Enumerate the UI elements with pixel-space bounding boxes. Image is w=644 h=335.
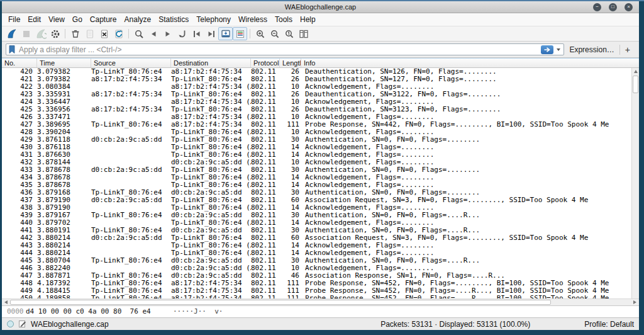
stop-capture-button[interactable]: [19, 27, 33, 40]
packet-row[interactable]: 436 3.879168 Tp-LinkT_80:76:e4 d0:cb:2a:…: [2, 189, 631, 196]
packet-row[interactable]: 433 3.878678 d0:cb:2a:9c:a5:dd Tp-LinkT_…: [2, 166, 631, 174]
go-back-button[interactable]: [146, 27, 160, 40]
column-header-time[interactable]: Time: [37, 59, 91, 67]
packet-info: Acknowledgement, Flags=........: [301, 144, 631, 151]
menu-item-analyze[interactable]: Analyze: [121, 14, 155, 25]
resize-columns-button[interactable]: [296, 27, 311, 40]
apply-filter-button[interactable]: [541, 45, 553, 54]
save-file-icon: [84, 28, 96, 40]
packet-bytes-pane[interactable]: 0000 d4 10 00 00 c0 4a 00 80 76 e4 ·····…: [2, 305, 639, 317]
hex-bytes[interactable]: d4 10 00 00 c0 4a 00 80 76 e4: [26, 306, 151, 317]
packet-row[interactable]: 425 3.336956 a8:17:b2:f4:75:34 Tp-LinkT_…: [2, 106, 631, 113]
add-filter-button[interactable]: +: [620, 45, 635, 55]
menu-item-edit[interactable]: Edit: [24, 14, 45, 25]
packet-row[interactable]: 434 3.878678 Tp-LinkT_80:76:e4 (… 802.11…: [2, 174, 631, 181]
go-first-packet-button[interactable]: [189, 27, 204, 40]
packet-row[interactable]: 437 3.879190 d0:cb:2a:9c:a5:dd Tp-LinkT_…: [2, 196, 631, 204]
packet-row[interactable]: 448 4.187392 Tp-LinkT_80:76:e4 a8:17:b2:…: [2, 280, 631, 287]
packet-row[interactable]: 439 3.879167 Tp-LinkT_80:76:e4 d0:cb:2a:…: [2, 212, 631, 219]
menu-item-wireless[interactable]: Wireless: [235, 14, 271, 25]
scroll-up-arrow-icon[interactable]: [634, 70, 638, 73]
menu-item-statistics[interactable]: Statistics: [155, 14, 192, 25]
menu-item-telephony[interactable]: Telephony: [192, 14, 235, 25]
maximize-button[interactable]: □: [609, 3, 617, 11]
packet-row[interactable]: 424 3.336447 a8:17:b2:f4:75:34 (… 802.11…: [2, 98, 631, 106]
zoom-out-button[interactable]: [267, 27, 282, 40]
packet-row[interactable]: 429 3.876118 d0:cb:2a:9c:a5:dd Tp-LinkT_…: [2, 136, 631, 144]
packet-row[interactable]: 432 3.878144 d0:cb:2a:9c:a5:dd (… 802.11…: [2, 159, 631, 166]
packet-row[interactable]: 427 3.389695 Tp-LinkT_80:76:e4 a8:17:b2:…: [2, 121, 631, 128]
bookmark-icon[interactable]: [8, 45, 16, 54]
close-file-button[interactable]: [97, 27, 111, 40]
packet-row[interactable]: 445 3.880704 Tp-LinkT_80:76:e4 d0:cb:2a:…: [2, 257, 631, 264]
packet-row[interactable]: 444 3.880214 Tp-LinkT_80:76:e4 (… 802.11…: [2, 249, 631, 257]
vertical-scrollbar[interactable]: [631, 68, 639, 298]
packet-source: [91, 264, 171, 272]
zoom-original-button[interactable]: [282, 27, 296, 40]
vertical-scrollbar-thumb[interactable]: [633, 76, 638, 93]
packet-info: Authentication, SN=0, FN=0, Flags=......…: [301, 189, 631, 196]
capture-options-button[interactable]: [48, 27, 62, 40]
column-header-no[interactable]: No.: [2, 59, 37, 67]
column-header-source[interactable]: Source: [91, 59, 171, 67]
menu-item-capture[interactable]: Capture: [86, 14, 121, 25]
filter-history-caret-icon[interactable]: [557, 48, 560, 51]
packet-row[interactable]: 431 3.876630 Tp-LinkT_80:76:e4 (… 802.11…: [2, 151, 631, 159]
packet-row[interactable]: 430 3.876118 Tp-LinkT_80:76:e4 (… 802.11…: [2, 144, 631, 151]
expression-button[interactable]: Expression…: [564, 45, 619, 54]
start-capture-button[interactable]: [4, 27, 19, 40]
menu-item-help[interactable]: Help: [296, 14, 319, 25]
packet-row[interactable]: 442 3.880214 d0:cb:2a:9c:a5:dd Tp-LinkT_…: [2, 234, 631, 242]
packet-row[interactable]: 449 4.188415 Tp-LinkT_80:76:e4 a8:17:b2:…: [2, 287, 631, 295]
horizontal-scrollbar-thumb[interactable]: [10, 300, 551, 305]
packet-row[interactable]: 441 3.880191 Tp-LinkT_80:76:e4 d0:cb:2a:…: [2, 227, 631, 234]
packet-row[interactable]: 422 3.080384 a8:17:b2:f4:75:34 (… 802.11…: [2, 83, 631, 91]
find-packet-button[interactable]: [131, 27, 146, 40]
column-header-length[interactable]: Length: [280, 59, 301, 67]
menu-item-file[interactable]: File: [4, 14, 24, 25]
packet-row[interactable]: 447 3.887871 Tp-LinkT_80:76:e4 d0:cb:2a:…: [2, 272, 631, 280]
packet-row[interactable]: 438 3.879190 Tp-LinkT_80:76:e4 (… 802.11…: [2, 204, 631, 212]
column-header-info[interactable]: Info: [301, 59, 639, 67]
packet-row[interactable]: 420 3.079382 Tp-LinkT_80:76:e4 a8:17:b2:…: [2, 68, 631, 76]
packet-row[interactable]: 440 3.879702 Tp-LinkT_80:76:e4 (… 802.11…: [2, 219, 631, 227]
column-header-destination[interactable]: Destination: [171, 59, 251, 67]
packet-no: 449: [2, 287, 37, 295]
hex-ascii[interactable]: ·····J·· v·: [173, 306, 223, 317]
zoom-in-button[interactable]: [253, 27, 267, 40]
scroll-right-arrow-icon[interactable]: [633, 300, 636, 304]
capture-comment-icon[interactable]: [18, 320, 26, 328]
menu-item-go[interactable]: Go: [69, 14, 86, 25]
packet-no: 441: [2, 227, 37, 234]
go-forward-button[interactable]: [160, 27, 175, 40]
packet-row[interactable]: 423 3.335931 a8:17:b2:f4:75:34 Tp-LinkT_…: [2, 91, 631, 98]
scroll-left-arrow-icon[interactable]: [4, 300, 8, 304]
expert-info-icon[interactable]: [7, 321, 14, 327]
packet-row[interactable]: 435 3.878678 Tp-LinkT_80:76:e4 (… 802.11…: [2, 181, 631, 189]
colorize-button[interactable]: [233, 27, 247, 40]
reload-file-button[interactable]: [111, 27, 126, 40]
save-file-button[interactable]: [82, 27, 97, 40]
profile-text[interactable]: Profile: Default: [584, 320, 634, 329]
close-button[interactable]: ×: [625, 3, 633, 11]
packet-row[interactable]: 426 3.337471 a8:17:b2:f4:75:34 (… 802.11…: [2, 113, 631, 121]
packet-row[interactable]: 428 3.390204 Tp-LinkT_80:76:e4 (… 802.11…: [2, 128, 631, 136]
packet-time: 3.880191: [37, 227, 91, 234]
go-to-packet-button[interactable]: [175, 27, 189, 40]
minimize-button[interactable]: −: [593, 3, 601, 11]
packet-destination: Tp-LinkT_80:76:e4 (…: [171, 249, 251, 257]
packet-row[interactable]: 443 3.880214 Tp-LinkT_80:76:e4 (… 802.11…: [2, 242, 631, 249]
restart-capture-button[interactable]: [33, 27, 48, 40]
packet-row[interactable]: 421 3.079382 a8:17:b2:f4:75:34 Tp-LinkT_…: [2, 76, 631, 83]
packet-row[interactable]: 446 3.882240 d0:cb:2a:9c:a5:dd (… 802.11…: [2, 264, 631, 272]
display-filter-input[interactable]: Apply a display filter ... <Ctrl-/>: [6, 43, 564, 55]
open-file-button[interactable]: [68, 27, 82, 40]
column-header-protocol[interactable]: Protocol: [251, 59, 280, 67]
auto-scroll-button[interactable]: [218, 27, 233, 40]
go-first-icon: [191, 28, 203, 40]
horizontal-scrollbar[interactable]: [2, 298, 639, 305]
menu-item-view[interactable]: View: [45, 14, 69, 25]
go-last-packet-button[interactable]: [204, 27, 218, 40]
menu-item-tools[interactable]: Tools: [271, 14, 296, 25]
zoom-original-icon: [284, 28, 295, 40]
